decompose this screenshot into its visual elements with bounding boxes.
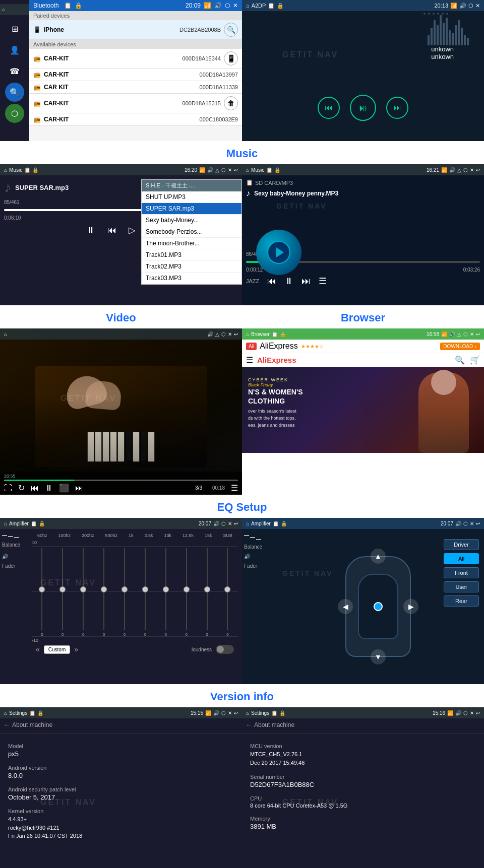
video-stop-btn[interactable]: ⬛ [59,483,69,493]
nav-menu-icon[interactable]: ☰ [246,355,253,365]
eq-slider-7[interactable]: 0 [185,546,187,637]
preset-user-btn[interactable]: User [444,581,479,592]
balance-up-btn[interactable]: ▲ [371,549,386,564]
eq-left-time: 20:07 [199,521,211,526]
paired-section-label: Paired devices [29,11,242,20]
pl-item-5[interactable]: Track01.MP3 [142,249,241,261]
pl-item-4[interactable]: The moon-Brother... [142,238,241,249]
eq-slider-4[interactable]: 0 [124,546,126,637]
eq-slider-1[interactable]: 0 [62,546,64,637]
pl-item-6[interactable]: Track02.MP3 [142,261,241,273]
pl-item-2[interactable]: Sexy baby-Money... [142,215,241,226]
video-pause-btn[interactable]: ⏸ [45,484,53,493]
eq-preset-btn[interactable]: Custom [44,645,70,654]
music-left-topbar: ⌂ Music 📋🔒 16:20 📶🔊△⬡✕↩ [0,164,242,175]
eq-right-arrow[interactable]: » [74,645,78,653]
car-diagram [345,556,411,657]
section-browser-title: Browser [242,305,484,328]
paired-device-iphone[interactable]: 📱 iPhone DC2B2AB2008B 🔍 [29,20,242,40]
pl-item-1[interactable]: SUPER SAR.mp3 [142,203,241,215]
eq-slider-2[interactable]: 0 [82,546,84,637]
bt-device-2[interactable]: 📻 CAR-KIT 000D18A13997 [29,69,242,81]
pl-item-3[interactable]: Somebody-Perzios... [142,226,241,238]
bt-device-4[interactable]: 📻 CAR-KIT 000D18A15315 🗑 [29,94,242,113]
bt-device-5[interactable]: 📻 CAR-KIT 000C180032E9 [29,113,242,126]
video-fullscreen-btn[interactable]: ⛶ [4,484,12,493]
eq-loudness-label: loudness [192,647,212,652]
video-panel: ⌂ 🔊△⬡✕↩ [0,328,242,495]
eq-slider-3[interactable]: 0 [103,546,105,637]
eq-slider-9[interactable]: 0 [226,546,228,637]
banner-headline: N'S & WOMEN'SCLOTHING [248,387,303,406]
device-1-tablet-btn[interactable]: 📱 [224,51,238,65]
a2dp-prev-btn[interactable]: ⏮ [318,97,340,119]
eq-slider-0[interactable]: 0 [41,546,43,637]
vf-serial: Serial number D52D67F3A1B0B88C [250,774,476,788]
video-controls-bar: 20:55 ⛶ ↻ ⏮ ⏸ ⬛ ⏭ 3/3 00:18 ☰ [0,472,242,495]
eq-left-panel: ⌂ Amplifier 📋🔒 20:07 🔊⬡✕↩ Balance 🔊 Fade… [0,518,242,684]
section-eq-title: EQ Setup [0,495,484,518]
bluetooth-icon-btn[interactable]: ⬡ [5,104,24,123]
bt-device-3[interactable]: 📻 CAR KIT 000D18A11339 [29,81,242,94]
bt-device-1[interactable]: 📻 CAR-KIT 000D18A15344 📱 [29,49,242,69]
eq-slider-6[interactable]: 0 [165,546,167,637]
video-list-btn[interactable]: ☰ [231,483,238,493]
eq-loudness-toggle[interactable] [216,645,234,654]
balance-left-btn[interactable]: ◀ [338,599,353,614]
eq-slider-8[interactable]: 0 [206,546,208,637]
a2dp-playpause-btn[interactable]: ⏯ [350,95,376,121]
music-left-elapsed: 0:06:10 [4,215,21,221]
eq-right-panel: ⌂ Amplifier 📋🔒 20:07 🔊⬡✕↩ Balance 🔊 Fade… [242,518,484,684]
ali-site: AliExpress [260,342,298,351]
music-right-title: Music [251,167,264,173]
eq-right-time: 20:07 [441,521,453,526]
balance-right-btn[interactable]: ▶ [403,599,418,614]
version-left-section: About machine [12,721,52,728]
pl-item-7[interactable]: Track03.MP3 [142,273,241,284]
ml-skip-prev-btn[interactable]: ⏮ [107,225,116,236]
vf-mcu: MCU version MTCE_CH5_V2.76.1Dec 20 2017 … [250,743,476,767]
video-progress-bar[interactable] [4,480,238,481]
download-btn[interactable]: DOWNLOAD ↓ [440,343,480,350]
video-repeat-btn[interactable]: ↻ [18,483,25,493]
eq-slider-5[interactable]: 0 [144,546,146,637]
mr-skipback-btn[interactable]: ⏮ [267,276,276,287]
mr-duration: 0:03:26 [463,267,480,273]
music-note-icon: ♪ [4,179,11,195]
preset-rear-btn[interactable]: Rear [444,595,479,607]
video-skipback-btn[interactable]: ⏮ [31,484,39,493]
eq-left-arrow[interactable]: « [36,645,40,653]
nav-cart-icon[interactable]: 🛒 [470,355,480,365]
balance-dot[interactable] [374,602,383,611]
a2dp-panel: ⌂ A2DP 📋🔒 20:13 📶🔊⬡✕ [242,0,484,141]
eq-fader-label: Fader [2,563,26,569]
playlist-dropdown: S.H.E - 千禧土土 -... SHUT UP.MP3 SUPER SAR.… [141,179,242,285]
ml-pause-btn[interactable]: ⏸ [86,225,95,236]
search-device-btn[interactable]: 🔍 [224,23,238,37]
apps-icon-btn[interactable]: ⊞ [5,19,24,38]
eq-main: 60hz 100hz 200hz 500hz 1k 2.5k 10k 12.5k… [28,529,242,684]
a2dp-time: 20:13 [434,3,448,9]
video-skipnext-btn[interactable]: ⏭ [75,484,83,493]
preset-driver-btn[interactable]: Driver [444,539,479,550]
a2dp-next-btn[interactable]: ⏭ [386,97,408,119]
pl-item-0[interactable]: SHUT UP.MP3 [142,191,241,203]
ml-next-btn[interactable]: ▷ [129,225,136,236]
mr-list-btn[interactable]: ☰ [319,276,327,287]
preset-front-btn[interactable]: Front [444,567,479,578]
video-topbar: ⌂ 🔊△⬡✕↩ [0,328,242,340]
version-left-back-btn[interactable]: ← About machine [0,718,242,731]
phone-icon-btn[interactable]: ☎ [5,61,24,81]
nav-search-icon[interactable]: 🔍 [455,355,465,365]
bluetooth-row: ⌂ ⊞ 👤 ☎ 🔍 ⬡ Bluetooth 📋🔒 20:09 📶🔊⬡✕ Pair… [0,0,484,141]
version-right-back-btn[interactable]: ← About machine [242,718,484,731]
balance-down-btn[interactable]: ▼ [371,649,386,664]
search-icon-btn[interactable]: 🔍 [5,83,24,102]
music-left-time: 16:20 [185,167,197,173]
mr-pause-btn[interactable]: ⏸ [284,276,293,287]
mr-skipnext-btn[interactable]: ⏭ [301,276,311,287]
preset-all-btn[interactable]: All [444,553,479,564]
contacts-icon-btn[interactable]: 👤 [5,40,24,59]
device-4-delete-btn[interactable]: 🗑 [224,96,238,110]
fader-label: Fader [244,563,270,569]
